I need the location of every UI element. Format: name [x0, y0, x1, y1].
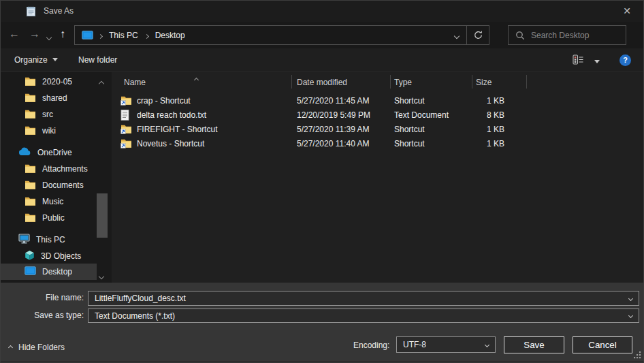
change-view-icon[interactable]: [573, 54, 584, 67]
sidebar-item-documents[interactable]: Documents: [1, 177, 97, 193]
file-list: Name Date modified Type Size crap - Shor…: [112, 72, 643, 283]
folder-icon: [25, 93, 36, 104]
navigation-bar: ← → ↑ This PC Desktop: [1, 22, 643, 48]
folder-shortcut-icon: [120, 124, 132, 136]
folder-shortcut-icon: [120, 95, 132, 108]
folder-icon: [25, 180, 36, 191]
window-title: Save As: [44, 6, 74, 16]
search-box[interactable]: [508, 25, 626, 45]
file-name-label: File name:: [1, 293, 84, 302]
onedrive-cloud-icon: [18, 147, 31, 158]
sidebar-item-wiki[interactable]: wiki: [1, 123, 97, 139]
resize-grip[interactable]: [633, 351, 641, 361]
sidebar-item-desktop[interactable]: Desktop: [1, 264, 97, 280]
form-panel: File name: Save as type: Text Documents …: [1, 283, 643, 363]
address-dropdown-chevron-icon[interactable]: [447, 31, 466, 40]
help-icon[interactable]: ?: [619, 54, 631, 66]
address-bar[interactable]: This PC Desktop: [74, 25, 489, 45]
scrollbar-down-icon[interactable]: [99, 271, 103, 281]
sidebar-item-attachments[interactable]: Attachments: [1, 161, 97, 177]
file-row-crap-shortcut[interactable]: crap - Shortcut 5/27/2020 11:45 AM Short…: [112, 94, 643, 108]
sidebar-item-this-pc[interactable]: This PC: [1, 232, 97, 248]
save-as-dialog: Save As ✕ ← → ↑ This PC Desktop: [0, 0, 644, 363]
column-header-name[interactable]: Name: [124, 78, 146, 87]
encoding-select[interactable]: UTF-8: [396, 336, 496, 353]
titlebar: Save As ✕: [1, 1, 643, 22]
column-headers: Name Date modified Type Size: [112, 72, 643, 91]
close-button[interactable]: ✕: [616, 3, 638, 19]
breadcrumb-chevron-icon: [99, 31, 102, 40]
search-input[interactable]: [531, 31, 613, 40]
file-name-input[interactable]: [95, 294, 629, 303]
column-divider[interactable]: [472, 75, 472, 89]
view-dropdown-icon[interactable]: [594, 57, 600, 67]
file-row-novetus-shortcut[interactable]: Novetus - Shortcut 5/27/2020 11:40 AM Sh…: [112, 137, 643, 151]
recent-locations-chevron-icon[interactable]: [47, 32, 51, 42]
sidebar-item-2020-05[interactable]: 2020-05: [1, 74, 97, 90]
column-header-date-modified[interactable]: Date modified: [297, 78, 347, 87]
organize-button[interactable]: Organize: [14, 55, 58, 65]
breadcrumb-desktop[interactable]: Desktop: [154, 31, 187, 40]
sidebar-item-src[interactable]: src: [1, 106, 97, 123]
column-header-type[interactable]: Type: [394, 78, 412, 87]
folder-icon: [25, 76, 36, 88]
chevron-up-icon: [8, 345, 13, 349]
breadcrumb-chevron-icon: [145, 31, 148, 40]
sidebar-item-music[interactable]: Music: [1, 193, 97, 210]
sidebar-item-3d-objects[interactable]: 3D Objects: [1, 248, 97, 264]
organize-dropdown-icon: [52, 58, 58, 61]
sidebar-item-public[interactable]: Public: [1, 210, 97, 226]
scrollbar-up-icon[interactable]: [99, 78, 103, 88]
folder-icon: [25, 196, 36, 208]
cancel-button[interactable]: Cancel: [573, 336, 632, 353]
file-row-firefight-shortcut[interactable]: FIREFIGHT - Shortcut 5/27/2020 11:39 AM …: [112, 123, 643, 137]
folder-icon: [25, 212, 36, 224]
save-as-type-label: Save as type:: [1, 311, 84, 320]
notepad-icon: [25, 5, 37, 17]
new-folder-button[interactable]: New folder: [78, 55, 117, 65]
encoding-label: Encoding:: [353, 341, 389, 350]
column-divider[interactable]: [291, 75, 292, 89]
sort-ascending-icon: [195, 74, 198, 84]
file-name-combobox[interactable]: [88, 291, 639, 306]
toolbar: Organize New folder ?: [1, 48, 643, 72]
3d-cube-icon: [25, 250, 35, 263]
save-as-type-select[interactable]: Text Documents (*.txt): [88, 309, 639, 323]
computer-icon: [18, 234, 30, 246]
chevron-down-icon[interactable]: [485, 342, 489, 347]
folder-icon: [25, 125, 36, 137]
hide-folders-button[interactable]: Hide Folders: [9, 343, 65, 352]
column-divider[interactable]: [390, 75, 391, 89]
forward-button[interactable]: →: [29, 28, 40, 40]
folder-icon: [25, 163, 36, 175]
folder-shortcut-icon: [120, 138, 132, 151]
chevron-down-icon[interactable]: [628, 313, 633, 318]
refresh-icon[interactable]: [467, 30, 489, 40]
up-button[interactable]: ↑: [60, 28, 65, 40]
desktop-icon: [25, 266, 36, 277]
this-pc-icon: [82, 31, 93, 40]
scrollbar-thumb[interactable]: [97, 193, 108, 238]
back-button[interactable]: ←: [9, 28, 20, 40]
column-divider[interactable]: [526, 75, 527, 89]
sidebar-item-shared[interactable]: shared: [1, 90, 97, 106]
sidebar-item-onedrive[interactable]: OneDrive: [1, 144, 97, 161]
search-icon: [515, 31, 525, 40]
file-row-delta-reach-todo[interactable]: delta reach todo.txt 12/20/2019 5:49 PM …: [112, 108, 643, 123]
breadcrumb-this-pc[interactable]: This PC: [108, 31, 140, 40]
chevron-down-icon[interactable]: [628, 296, 633, 300]
column-header-size[interactable]: Size: [476, 78, 492, 87]
main-area: 2020-05 shared src wiki OneDrive Attachm…: [1, 72, 643, 283]
folder-icon: [25, 109, 36, 121]
save-button[interactable]: Save: [504, 336, 564, 353]
text-document-icon: [120, 110, 129, 123]
navigation-pane: 2020-05 shared src wiki OneDrive Attachm…: [1, 72, 112, 283]
